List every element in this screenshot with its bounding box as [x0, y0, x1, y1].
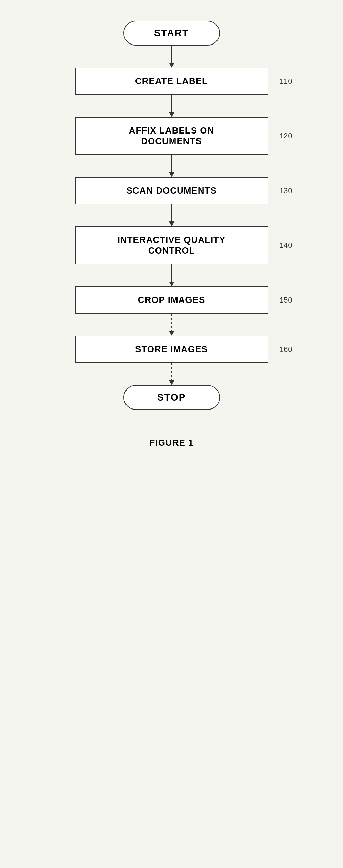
page-container: START CREATE LABEL 110 AFFIX LABELS ONDO…: [0, 0, 343, 868]
arrowhead-6: [169, 331, 174, 336]
iqc-node: INTERACTIVE QUALITYCONTROL: [75, 226, 268, 264]
create-label-node: CREATE LABEL: [75, 68, 268, 95]
arrow-1: [169, 46, 174, 68]
store-images-node: STORE IMAGES: [75, 336, 268, 363]
crop-images-wrapper: CROP IMAGES 150: [75, 286, 268, 314]
ref-120: 120: [280, 131, 292, 140]
arrowhead-2: [169, 112, 174, 117]
scan-documents-wrapper: SCAN DOCUMENTS 130: [75, 177, 268, 204]
arrow-5: [169, 264, 174, 286]
start-label: START: [154, 28, 189, 38]
iqc-text: INTERACTIVE QUALITYCONTROL: [118, 235, 226, 256]
start-node-wrapper: START: [123, 21, 220, 46]
arrow-line-6-dashed: [171, 314, 172, 331]
affix-labels-wrapper: AFFIX LABELS ONDOCUMENTS 120: [75, 117, 268, 155]
crop-images-text: CROP IMAGES: [138, 295, 205, 305]
arrow-line-7-dashed: [171, 363, 172, 380]
arrow-line-5: [171, 264, 172, 282]
create-label-text: CREATE LABEL: [135, 76, 208, 86]
arrow-7: [169, 363, 174, 385]
ref-140: 140: [280, 241, 292, 250]
arrow-3: [169, 155, 174, 177]
store-images-text: STORE IMAGES: [135, 344, 208, 354]
iqc-wrapper: INTERACTIVE QUALITYCONTROL 140: [75, 226, 268, 264]
scan-documents-text: SCAN DOCUMENTS: [126, 185, 216, 196]
arrowhead-5: [169, 282, 174, 286]
arrow-6: [169, 314, 174, 336]
stop-label: STOP: [157, 392, 186, 403]
ref-130: 130: [280, 186, 292, 195]
affix-labels-text: AFFIX LABELS ONDOCUMENTS: [129, 125, 214, 146]
arrow-line-3: [171, 155, 172, 172]
ref-150: 150: [280, 296, 292, 305]
arrow-2: [169, 95, 174, 117]
create-label-wrapper: CREATE LABEL 110: [75, 68, 268, 95]
arrowhead-3: [169, 172, 174, 177]
arrow-4: [169, 204, 174, 226]
arrow-line-2: [171, 95, 172, 112]
start-node: START: [123, 21, 220, 46]
ref-160: 160: [280, 345, 292, 354]
stop-node: STOP: [123, 385, 220, 410]
arrow-line-1: [171, 46, 172, 63]
stop-node-wrapper: STOP: [123, 385, 220, 410]
scan-documents-node: SCAN DOCUMENTS: [75, 177, 268, 204]
arrow-line-4: [171, 204, 172, 221]
flowchart: START CREATE LABEL 110 AFFIX LABELS ONDO…: [51, 21, 292, 448]
figure-label: FIGURE 1: [150, 437, 194, 448]
store-images-wrapper: STORE IMAGES 160: [75, 336, 268, 363]
arrowhead-7: [169, 380, 174, 385]
crop-images-node: CROP IMAGES: [75, 286, 268, 314]
arrowhead-4: [169, 221, 174, 226]
ref-110: 110: [280, 77, 292, 86]
arrowhead-1: [169, 63, 174, 68]
affix-labels-node: AFFIX LABELS ONDOCUMENTS: [75, 117, 268, 155]
